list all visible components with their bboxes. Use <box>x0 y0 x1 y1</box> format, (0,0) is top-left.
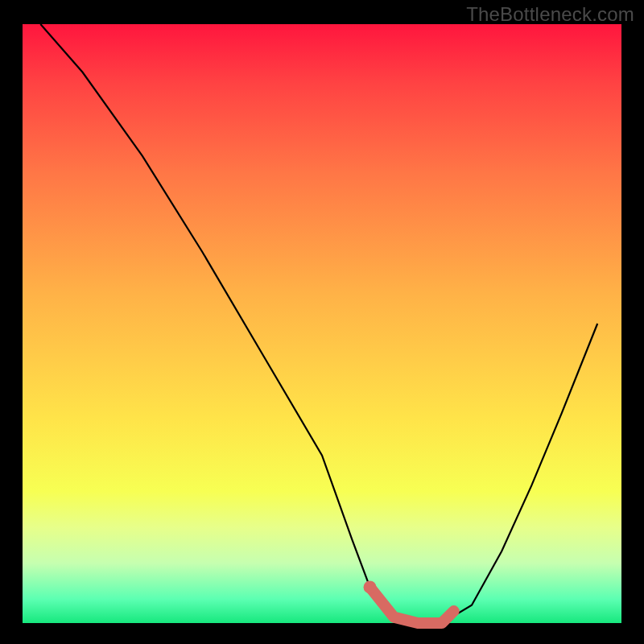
chart-frame: TheBottleneck.com <box>0 0 644 644</box>
optimal-zone-highlight-path <box>370 587 454 623</box>
optimal-zone-dot-left <box>364 580 377 593</box>
attribution-label: TheBottleneck.com <box>466 3 634 26</box>
curve-svg <box>23 24 621 623</box>
bottleneck-curve-path <box>40 24 597 623</box>
